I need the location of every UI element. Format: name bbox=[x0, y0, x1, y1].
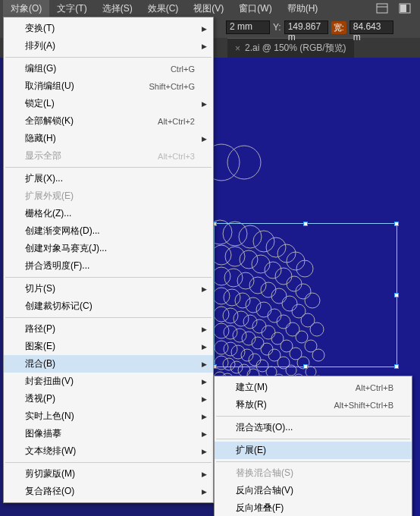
menu-lock[interactable]: 锁定(L)▶ bbox=[4, 95, 213, 112]
submenu-blend-options[interactable]: 混合选项(O)... bbox=[215, 419, 412, 436]
menu-arrange[interactable]: 排列(A)▶ bbox=[4, 37, 213, 55]
selection-box[interactable] bbox=[214, 223, 397, 367]
separator bbox=[216, 439, 410, 439]
hotkey: Shift+Ctrl+G bbox=[149, 82, 195, 91]
arrow-icon: ▶ bbox=[202, 488, 207, 496]
menu-flatten-transparency[interactable]: 拼合透明度(F)... bbox=[4, 257, 213, 275]
menu-unlock-all[interactable]: 全部解锁(K)Alt+Ctrl+2 bbox=[4, 112, 213, 130]
menu-envelope[interactable]: 封套扭曲(V)▶ bbox=[4, 373, 213, 390]
submenu-expand[interactable]: 扩展(E) bbox=[215, 442, 412, 459]
arrow-icon: ▶ bbox=[202, 285, 207, 293]
submenu-reverse-spine[interactable]: 反向混合轴(V) bbox=[215, 482, 412, 499]
arrow-icon: ▶ bbox=[202, 395, 207, 403]
hotkey: Alt+Ctrl+2 bbox=[158, 117, 195, 126]
submenu-make[interactable]: 建立(M)Alt+Ctrl+B bbox=[215, 379, 412, 396]
hotkey: Alt+Shift+Ctrl+B bbox=[334, 401, 393, 410]
menu-expand-appearance: 扩展外观(E) bbox=[4, 187, 213, 205]
arrow-icon: ▶ bbox=[202, 360, 207, 368]
arrow-icon: ▶ bbox=[202, 326, 207, 333]
menu-text-wrap[interactable]: 文本绕排(W)▶ bbox=[4, 442, 213, 460]
menu-select[interactable]: 选择(S) bbox=[95, 0, 140, 17]
layout-icon[interactable] bbox=[376, 3, 388, 14]
w-label: 宽: bbox=[331, 21, 346, 34]
menu-perspective[interactable]: 透视(P)▶ bbox=[4, 390, 213, 407]
separator bbox=[5, 167, 212, 168]
handle-sw[interactable] bbox=[214, 364, 217, 369]
object-menu-dropdown: 变换(T)▶ 排列(A)▶ 编组(G)Ctrl+G 取消编组(U)Shift+C… bbox=[3, 17, 214, 503]
handle-nw[interactable] bbox=[214, 222, 217, 226]
menu-trim-marks[interactable]: 创建裁切标记(C) bbox=[4, 297, 213, 315]
menu-image-trace[interactable]: 图像描摹▶ bbox=[4, 425, 213, 442]
menu-compound-path[interactable]: 复合路径(O)▶ bbox=[4, 483, 213, 500]
arrow-icon: ▶ bbox=[202, 100, 207, 108]
separator bbox=[216, 416, 410, 417]
menu-group[interactable]: 编组(G)Ctrl+G bbox=[4, 60, 213, 77]
panel-icon[interactable] bbox=[399, 3, 411, 14]
arrow-icon: ▶ bbox=[202, 413, 207, 420]
handle-s[interactable] bbox=[303, 364, 308, 369]
svg-rect-0 bbox=[377, 4, 387, 13]
menubar: 对象(O) 文字(T) 选择(S) 效果(C) 视图(V) 窗口(W) 帮助(H… bbox=[0, 0, 420, 17]
arrow-icon: ▶ bbox=[202, 448, 207, 455]
close-icon[interactable]: × bbox=[235, 43, 240, 54]
y-field[interactable]: 149.867 m bbox=[284, 20, 328, 34]
submenu-release[interactable]: 释放(R)Alt+Shift+Ctrl+B bbox=[215, 396, 412, 414]
menu-view[interactable]: 视图(V) bbox=[186, 0, 231, 17]
arrow-icon: ▶ bbox=[202, 470, 207, 478]
arrow-icon: ▶ bbox=[202, 42, 207, 50]
arrow-icon: ▶ bbox=[202, 378, 207, 385]
menu-hide[interactable]: 隐藏(H)▶ bbox=[4, 130, 213, 147]
menubar-icons bbox=[376, 3, 417, 14]
menu-effect[interactable]: 效果(C) bbox=[140, 0, 186, 17]
arrow-icon: ▶ bbox=[202, 25, 207, 33]
handle-n[interactable] bbox=[303, 222, 308, 226]
x-field[interactable]: 2 mm bbox=[226, 20, 270, 34]
separator bbox=[5, 277, 212, 278]
handle-e[interactable] bbox=[394, 293, 399, 297]
menu-pattern[interactable]: 图案(E)▶ bbox=[4, 338, 213, 355]
menu-path[interactable]: 路径(P)▶ bbox=[4, 320, 213, 338]
blend-submenu: 建立(M)Alt+Ctrl+B 释放(R)Alt+Shift+Ctrl+B 混合… bbox=[214, 376, 412, 516]
y-label: Y: bbox=[273, 22, 281, 33]
handle-ne[interactable] bbox=[394, 222, 399, 226]
tab-title: 2.ai @ 150% (RGB/预览) bbox=[245, 42, 346, 55]
menu-live-paint[interactable]: 实时上色(N)▶ bbox=[4, 407, 213, 425]
arrow-icon: ▶ bbox=[202, 430, 207, 438]
menu-clipping-mask[interactable]: 剪切蒙版(M)▶ bbox=[4, 465, 213, 483]
w-field[interactable]: 84.643 m bbox=[349, 20, 393, 34]
menu-slice[interactable]: 切片(S)▶ bbox=[4, 280, 213, 297]
menu-transform[interactable]: 变换(T)▶ bbox=[4, 20, 213, 37]
menu-show-all: 显示全部Alt+Ctrl+3 bbox=[4, 147, 213, 165]
menu-rasterize[interactable]: 栅格化(Z)... bbox=[4, 205, 213, 222]
arrow-icon: ▶ bbox=[202, 135, 207, 143]
menu-expand[interactable]: 扩展(X)... bbox=[4, 170, 213, 187]
menu-object-mosaic[interactable]: 创建对象马赛克(J)... bbox=[4, 240, 213, 257]
hotkey: Ctrl+G bbox=[171, 64, 195, 74]
separator bbox=[5, 317, 212, 318]
menu-blend[interactable]: 混合(B)▶ bbox=[4, 355, 213, 373]
menu-gradient-mesh[interactable]: 创建渐变网格(D)... bbox=[4, 222, 213, 240]
menu-window[interactable]: 窗口(W) bbox=[231, 0, 279, 17]
menu-help[interactable]: 帮助(H) bbox=[280, 0, 326, 17]
svg-point-4 bbox=[214, 144, 240, 181]
menu-ungroup[interactable]: 取消编组(U)Shift+Ctrl+G bbox=[4, 77, 213, 95]
submenu-reverse-stack[interactable]: 反向堆叠(F) bbox=[215, 499, 412, 516]
arrow-icon: ▶ bbox=[202, 343, 207, 351]
submenu-replace-spine: 替换混合轴(S) bbox=[215, 464, 412, 482]
svg-point-5 bbox=[227, 146, 261, 179]
menu-object[interactable]: 对象(O) bbox=[3, 0, 49, 17]
separator bbox=[216, 461, 410, 462]
hotkey: Alt+Ctrl+3 bbox=[158, 152, 195, 161]
menu-type[interactable]: 文字(T) bbox=[49, 0, 94, 17]
handle-se[interactable] bbox=[394, 364, 399, 369]
svg-rect-3 bbox=[400, 5, 406, 12]
separator bbox=[5, 57, 212, 58]
hotkey: Alt+Ctrl+B bbox=[356, 383, 393, 392]
separator bbox=[5, 462, 212, 463]
